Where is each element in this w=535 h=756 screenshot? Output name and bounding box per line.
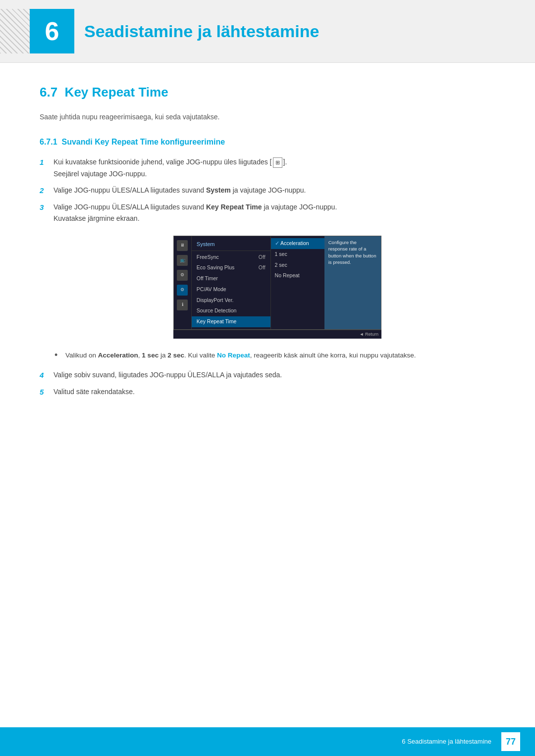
subsection-title: 6.7.1 Suvandi Key Repeat Time konfiguree… bbox=[40, 136, 495, 148]
step-3-subline: Kuvatakse järgmine ekraan. bbox=[54, 213, 495, 224]
menu-offtimer: Off Timer bbox=[192, 273, 270, 284]
menu-ecosaving: Eco Saving Plus Off bbox=[192, 262, 270, 273]
bullet-note: • Valikud on Acceleration, 1 sec ja 2 se… bbox=[54, 351, 495, 360]
section-title: 6.7 Key Repeat Time bbox=[40, 83, 495, 102]
step-3-bold: Key Repeat Time bbox=[206, 203, 262, 211]
menu-freesync: FreeSync Off bbox=[192, 252, 270, 263]
step-1-content: Kui kuvatakse funktsioonide juhend, vali… bbox=[54, 157, 495, 179]
menu-keyrepeat: Key Repeat Time bbox=[192, 316, 270, 327]
screen-simulation: 🖥 📺 ⚙ ⚙ ℹ System FreeSync Off Eco Saving… bbox=[59, 236, 495, 339]
screen-return: ◄ Return bbox=[173, 330, 381, 339]
menu-pcav: PC/AV Mode bbox=[192, 284, 270, 295]
screen-menu-header: System bbox=[192, 238, 270, 251]
step-3: 3 Valige JOG-nuppu ÜLES/ALLA liigutades … bbox=[40, 202, 495, 224]
submenu-norepeat: No Repeat bbox=[271, 270, 324, 281]
step-5-content: Valitud säte rakendatakse. bbox=[54, 387, 495, 397]
submenu-2sec: 2 sec bbox=[271, 260, 324, 271]
step-2-content: Valige JOG-nuppu ÜLES/ALLA liigutades su… bbox=[54, 185, 495, 196]
steps-list-2: 4 Valige sobiv suvand, liigutades JOG-nu… bbox=[40, 370, 495, 398]
page-header: 6 Seadistamine ja lähtestamine bbox=[0, 0, 535, 63]
screen-icon-info: ℹ bbox=[177, 300, 188, 310]
step-1-subline: Seejärel vajutage JOG-nuppu. bbox=[54, 169, 495, 179]
screen-submenu: Acceleration 1 sec 2 sec No Repeat bbox=[270, 236, 324, 329]
intro-text: Saate juhtida nupu reageerimisaega, kui … bbox=[40, 112, 495, 122]
chapter-title: Seadistamine ja lähtestamine bbox=[84, 19, 319, 44]
screen-icons-column: 🖥 📺 ⚙ ⚙ ℹ bbox=[174, 236, 192, 329]
opt-acceleration: Acceleration bbox=[98, 352, 138, 359]
step-4-content: Valige sobiv suvand, liigutades JOG-nupp… bbox=[54, 370, 495, 380]
screen-info-panel: Configure the response rate of a button … bbox=[324, 236, 381, 329]
step-2-number: 2 bbox=[40, 185, 54, 197]
step-3-content: Valige JOG-nuppu ÜLES/ALLA liigutades su… bbox=[54, 202, 495, 224]
step-1-number: 1 bbox=[40, 157, 54, 168]
opt-norepeat: No Repeat bbox=[217, 352, 250, 359]
step-2: 2 Valige JOG-nuppu ÜLES/ALLA liigutades … bbox=[40, 185, 495, 197]
screen-icon-monitor: 🖥 bbox=[177, 240, 188, 251]
page-footer: 6 Seadistamine ja lähtestamine 77 bbox=[0, 727, 535, 756]
main-content: 6.7 Key Repeat Time Saate juhtida nupu r… bbox=[0, 83, 535, 398]
step-3-number: 3 bbox=[40, 202, 54, 213]
submenu-acceleration: Acceleration bbox=[271, 238, 324, 249]
menu-sourcedetect: Source Detection bbox=[192, 305, 270, 316]
steps-list: 1 Kui kuvatakse funktsioonide juhend, va… bbox=[40, 157, 495, 224]
submenu-1sec: 1 sec bbox=[271, 249, 324, 260]
menu-displayport: DisplayPort Ver. bbox=[192, 295, 270, 306]
bullet-text: Valikud on Acceleration, 1 sec ja 2 sec.… bbox=[65, 351, 416, 360]
screen-wrapper: 🖥 📺 ⚙ ⚙ ℹ System FreeSync Off Eco Saving… bbox=[173, 236, 381, 339]
step-4: 4 Valige sobiv suvand, liigutades JOG-nu… bbox=[40, 370, 495, 381]
footer-page-number: 77 bbox=[501, 732, 520, 751]
screen-icon-display: 📺 bbox=[177, 255, 188, 266]
screen-icon-settings: ⚙ bbox=[177, 270, 188, 281]
opt-2sec: 2 sec bbox=[167, 352, 184, 359]
screen-display: 🖥 📺 ⚙ ⚙ ℹ System FreeSync Off Eco Saving… bbox=[173, 236, 381, 330]
step-2-bold: System bbox=[206, 186, 231, 194]
footer-chapter-label: 6 Seadistamine ja lähtestamine bbox=[402, 737, 491, 747]
screen-icon-gear: ⚙ bbox=[177, 285, 188, 296]
step-5: 5 Valitud säte rakendatakse. bbox=[40, 387, 495, 398]
step-1: 1 Kui kuvatakse funktsioonide juhend, va… bbox=[40, 157, 495, 179]
jog-icon: ⊞ bbox=[273, 157, 282, 168]
opt-1sec: 1 sec bbox=[142, 352, 159, 359]
step-4-number: 4 bbox=[40, 370, 54, 381]
chapter-number: 6 bbox=[30, 9, 74, 53]
bullet-dot: • bbox=[54, 351, 63, 359]
screen-menu: System FreeSync Off Eco Saving Plus Off … bbox=[192, 236, 270, 329]
step-5-number: 5 bbox=[40, 387, 54, 398]
